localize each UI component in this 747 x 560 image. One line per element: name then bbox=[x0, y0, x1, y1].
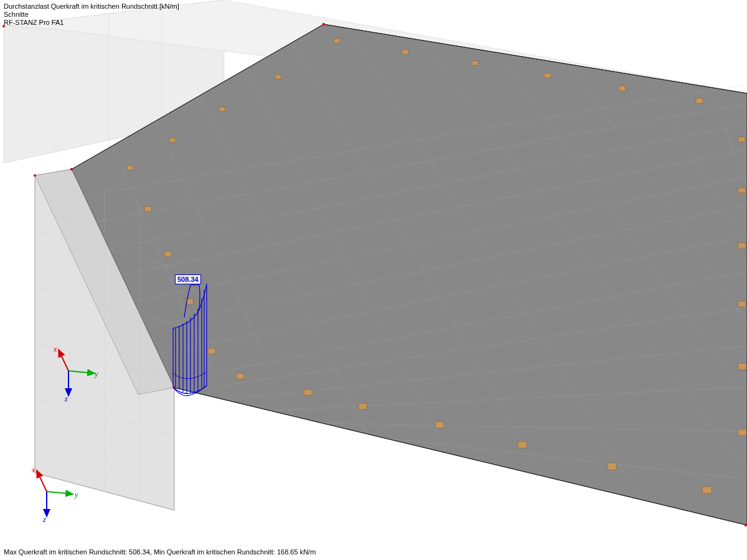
svg-point-63 bbox=[70, 168, 73, 170]
svg-rect-36 bbox=[402, 50, 408, 54]
svg-rect-39 bbox=[619, 86, 626, 91]
svg-rect-61 bbox=[738, 429, 746, 436]
axis-x-label-local: x bbox=[54, 345, 57, 354]
diagram-value-label: 508.34 bbox=[175, 274, 201, 284]
svg-rect-59 bbox=[702, 487, 712, 493]
svg-rect-47 bbox=[127, 166, 133, 170]
svg-rect-46 bbox=[738, 243, 746, 248]
svg-point-65 bbox=[745, 524, 747, 526]
model-viewport[interactable] bbox=[0, 0, 747, 560]
svg-point-67 bbox=[34, 174, 36, 177]
axis-y-label-local: y bbox=[95, 370, 98, 379]
header-subtitle-1: Schnitte bbox=[4, 11, 179, 19]
svg-rect-57 bbox=[518, 442, 527, 448]
svg-rect-58 bbox=[608, 463, 616, 470]
svg-rect-54 bbox=[304, 390, 312, 395]
svg-rect-40 bbox=[696, 98, 703, 103]
svg-rect-45 bbox=[169, 138, 176, 142]
svg-rect-48 bbox=[738, 301, 746, 307]
svg-rect-44 bbox=[738, 188, 746, 193]
svg-rect-43 bbox=[219, 107, 225, 111]
axis-z-label-global: z bbox=[43, 515, 46, 525]
footer-status: Max Querkraft im kritischen Rundschnitt:… bbox=[4, 548, 316, 556]
svg-rect-53 bbox=[237, 373, 244, 379]
svg-rect-38 bbox=[544, 73, 551, 78]
svg-rect-52 bbox=[208, 348, 215, 354]
header-block: Durchstanzlast Querkraft im kritischen R… bbox=[4, 2, 179, 27]
axis-z-label-local: z bbox=[65, 394, 68, 404]
svg-line-81 bbox=[47, 492, 73, 494]
svg-rect-35 bbox=[334, 39, 340, 43]
svg-rect-55 bbox=[359, 403, 367, 409]
svg-point-62 bbox=[322, 23, 325, 26]
axis-x-label-global: x bbox=[32, 465, 35, 475]
svg-rect-60 bbox=[738, 363, 746, 370]
svg-rect-37 bbox=[472, 61, 478, 65]
svg-rect-50 bbox=[164, 251, 171, 256]
svg-rect-42 bbox=[738, 137, 745, 142]
svg-rect-56 bbox=[436, 422, 444, 428]
header-title: Durchstanzlast Querkraft im kritischen R… bbox=[4, 2, 179, 11]
header-subtitle-2: RF-STANZ Pro FA1 bbox=[4, 19, 179, 27]
svg-rect-49 bbox=[144, 207, 151, 212]
axis-y-label-global: y bbox=[75, 490, 78, 500]
svg-rect-41 bbox=[275, 75, 281, 79]
